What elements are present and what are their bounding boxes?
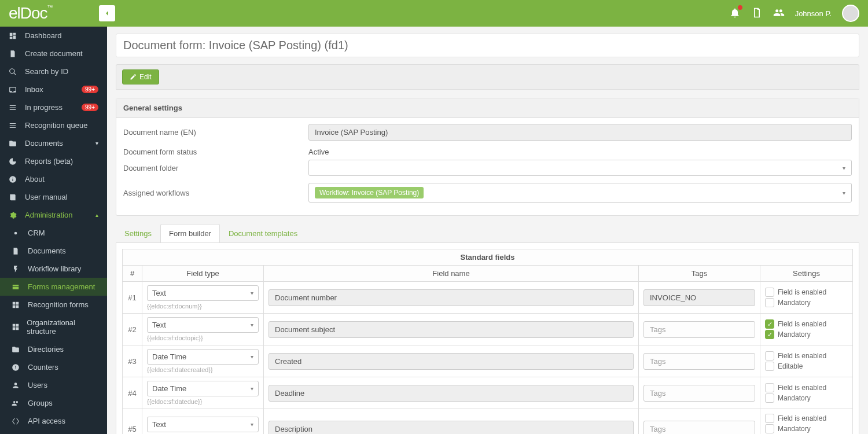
group-icon[interactable] [773, 7, 785, 20]
field-type-select[interactable]: Text▾ [147, 317, 259, 333]
table-row: #1Text▾{{eldoc:sf:docnum}}Document numbe… [123, 282, 853, 314]
fields-table-panel: Standard fields # Field type Field name … [116, 242, 859, 434]
col-type: Field type [142, 266, 264, 282]
sidebar-item-user-manual[interactable]: User manual [0, 188, 107, 206]
field-type-select[interactable]: Date Time▾ [147, 381, 259, 396]
tags-input[interactable]: Tags [643, 421, 755, 435]
tab-document-templates[interactable]: Document templates [220, 224, 306, 242]
caret-down-icon: ▾ [251, 290, 253, 296]
badge: 99+ [82, 104, 98, 111]
field-name-input[interactable]: Deadline [269, 385, 634, 402]
sidebar-item-crm[interactable]: CRM [0, 224, 107, 242]
checkbox-enabled[interactable] [765, 383, 774, 392]
sidebar-item-create-document[interactable]: Create document [0, 45, 107, 62]
sidebar-item-admin-documents[interactable]: Documents [0, 242, 107, 260]
sidebar-item-inbox[interactable]: Inbox99+ [0, 80, 107, 98]
logo: elDoc™ [9, 4, 53, 23]
checkbox-mandatory[interactable] [765, 298, 774, 307]
field-name-input[interactable]: Created [269, 353, 634, 370]
badge: 99+ [82, 86, 98, 93]
folder-select[interactable]: ▾ [308, 160, 852, 176]
sidebar-item-about[interactable]: About [0, 170, 107, 188]
sidebar-item-directories[interactable]: Directories [0, 340, 107, 358]
field-code: {{eldoc:sf:doctopic}} [147, 334, 259, 341]
tags-input[interactable]: Tags [643, 353, 755, 370]
table-row: #2Text▾{{eldoc:sf:doctopic}}Document sub… [123, 314, 853, 345]
toolbar: Edit [116, 64, 859, 90]
field-type-select[interactable]: Date Time▾ [147, 349, 259, 365]
sidebar-item-recognition-forms[interactable]: Recognition forms [0, 296, 107, 314]
sidebar-toggle[interactable] [99, 5, 115, 21]
col-name: Field name [264, 266, 639, 282]
sidebar-item-administration[interactable]: Administration▴ [0, 206, 107, 224]
sidebar-item-counters[interactable]: Counters [0, 358, 107, 376]
sidebar-item-groups[interactable]: Groups [0, 394, 107, 412]
tab-form-builder[interactable]: Form builder [160, 224, 220, 242]
sidebar-admin-submenu: CRM Documents Workflow library Forms man… [0, 224, 107, 434]
checkbox-label: Mandatory [778, 394, 811, 402]
tabs: Settings Form builder Document templates [116, 224, 859, 242]
tags-input[interactable]: INVOICE_NO [643, 289, 755, 306]
chevron-up-icon: ▴ [95, 212, 98, 218]
checkbox-label: Field is enabled [778, 320, 826, 328]
field-type-select[interactable]: Text▾ [147, 417, 259, 432]
workflows-select[interactable]: Workflow: Invoice (SAP Posting)▾ [308, 183, 852, 203]
sidebar-item-api-access[interactable]: API access [0, 412, 107, 430]
checkbox-label: Field is enabled [778, 384, 826, 392]
field-name-input[interactable]: Document number [269, 289, 634, 306]
checkbox-editable[interactable] [765, 362, 774, 371]
tags-input[interactable]: Tags [643, 321, 755, 338]
main-content: Document form: Invoice (SAP Posting) (fd… [107, 27, 868, 434]
checkbox-enabled[interactable] [765, 351, 774, 361]
checkbox-enabled[interactable] [765, 414, 774, 423]
tab-settings[interactable]: Settings [116, 224, 160, 242]
page-title: Document form: Invoice (SAP Posting) (fd… [116, 34, 859, 57]
row-number: #4 [123, 377, 142, 409]
status-label: Document form status [123, 148, 308, 156]
field-type-select[interactable]: Text▾ [147, 285, 259, 301]
checkbox-mandatory[interactable] [765, 424, 774, 433]
checkbox-label: Mandatory [778, 299, 811, 307]
app-header: elDoc™ Johnson P. [0, 0, 868, 27]
doc-name-input[interactable]: Invoice (SAP Posting) [308, 124, 852, 141]
avatar[interactable] [842, 5, 859, 22]
caret-down-icon: ▾ [251, 421, 253, 428]
tags-input[interactable]: Tags [643, 385, 755, 402]
checkbox-label: Mandatory [778, 330, 811, 339]
checkbox-mandatory[interactable] [765, 330, 774, 339]
chevron-down-icon: ▾ [95, 140, 98, 146]
col-tags: Tags [639, 266, 760, 282]
sidebar: Dashboard Create document Search by ID I… [0, 27, 107, 434]
checkbox-label: Mandatory [778, 425, 811, 433]
sidebar-item-dashboard[interactable]: Dashboard [0, 27, 107, 45]
workflows-label: Assigned workflows [123, 189, 308, 197]
user-name[interactable]: Johnson P. [795, 9, 832, 18]
sidebar-item-active-sessions[interactable]: Active sessions [0, 430, 107, 434]
sidebar-item-org-structure[interactable]: Organizational structure [0, 314, 107, 340]
general-settings-panel: General settings Document name (EN) Invo… [116, 98, 859, 216]
checkbox-enabled[interactable] [765, 319, 774, 329]
sidebar-item-in-progress[interactable]: In progress99+ [0, 98, 107, 116]
field-code: {{eldoc:sf:datedue}} [147, 398, 259, 405]
sidebar-item-documents[interactable]: Documents▾ [0, 134, 107, 152]
sidebar-item-forms-management[interactable]: Forms management [0, 278, 107, 296]
checkbox-label: Field is enabled [778, 352, 826, 360]
edit-button[interactable]: Edit [122, 69, 159, 84]
clipboard-icon[interactable] [751, 7, 763, 20]
sidebar-item-users[interactable]: Users [0, 376, 107, 394]
row-number: #1 [123, 282, 142, 314]
sidebar-item-search[interactable]: Search by ID [0, 62, 107, 80]
sidebar-item-workflow-library[interactable]: Workflow library [0, 260, 107, 278]
sidebar-item-reports[interactable]: Reports (beta) [0, 152, 107, 170]
field-name-input[interactable]: Description [269, 421, 634, 435]
bell-icon[interactable] [729, 7, 741, 20]
sidebar-item-recognition-queue[interactable]: Recognition queue [0, 116, 107, 134]
fields-table: Standard fields # Field type Field name … [122, 249, 853, 434]
checkbox-mandatory[interactable] [765, 393, 774, 403]
table-row: #5Text▾{{eldoc:sf:description}}Descripti… [123, 409, 853, 435]
field-name-input[interactable]: Document subject [269, 321, 634, 338]
caret-down-icon: ▾ [251, 354, 253, 360]
col-num: # [123, 266, 142, 282]
checkbox-label: Field is enabled [778, 414, 826, 422]
checkbox-enabled[interactable] [765, 288, 774, 297]
